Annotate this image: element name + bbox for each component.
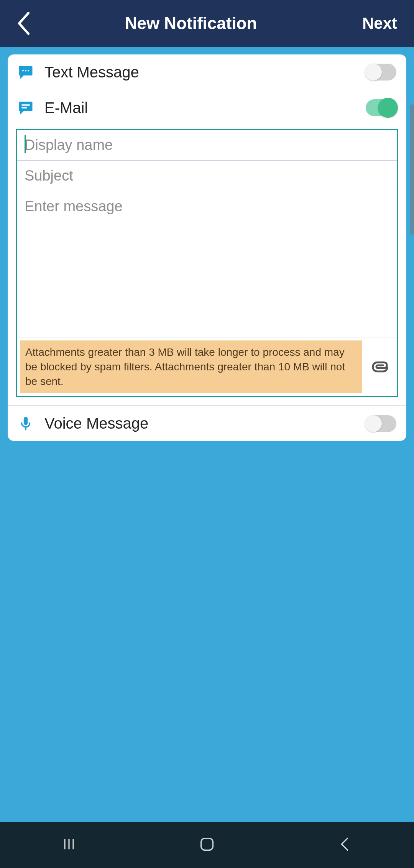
text-message-icon	[18, 64, 41, 80]
text-message-row: Text Message	[8, 54, 406, 90]
attachment-note: Attachments greater than 3 MB will take …	[20, 340, 362, 393]
app-header: New Notification Next	[0, 0, 414, 47]
text-cursor	[25, 135, 26, 153]
email-row: E-Mail	[8, 90, 406, 125]
text-message-toggle[interactable]	[366, 64, 396, 81]
content-area: Text Message E-Mail Attachments great	[0, 47, 414, 822]
back-nav-button[interactable]	[337, 836, 353, 854]
notification-card: Text Message E-Mail Attachments great	[8, 54, 406, 441]
message-input[interactable]	[17, 191, 397, 337]
next-button[interactable]: Next	[351, 14, 397, 33]
text-message-label: Text Message	[41, 64, 366, 81]
email-icon	[18, 100, 41, 116]
email-section: E-Mail Attachments greater than 3 MB wil…	[8, 90, 406, 406]
chevron-left-icon	[17, 12, 31, 35]
attachment-button[interactable]	[367, 357, 394, 377]
display-name-input[interactable]	[17, 130, 397, 161]
system-navbar	[0, 822, 414, 868]
voice-message-row: Voice Message	[8, 406, 406, 441]
page-title: New Notification	[31, 14, 351, 33]
voice-message-icon	[18, 416, 41, 432]
back-button[interactable]	[17, 12, 31, 35]
svg-rect-8	[201, 838, 213, 850]
email-toggle[interactable]	[366, 99, 396, 116]
scroll-indicator	[410, 104, 414, 235]
voice-message-label: Voice Message	[41, 415, 366, 432]
svg-rect-3	[22, 104, 30, 106]
email-label: E-Mail	[41, 99, 366, 117]
home-button[interactable]	[199, 836, 215, 854]
microphone-icon	[18, 416, 34, 432]
attachment-row: Attachments greater than 3 MB will take …	[17, 337, 397, 396]
svg-point-0	[22, 70, 24, 72]
svg-point-1	[25, 70, 26, 72]
recents-button[interactable]	[61, 836, 77, 854]
voice-message-toggle[interactable]	[366, 415, 396, 432]
svg-rect-4	[22, 107, 27, 108]
paperclip-icon	[371, 357, 391, 377]
email-form: Attachments greater than 3 MB will take …	[16, 129, 398, 397]
subject-input[interactable]	[17, 161, 397, 191]
svg-point-2	[28, 70, 29, 72]
